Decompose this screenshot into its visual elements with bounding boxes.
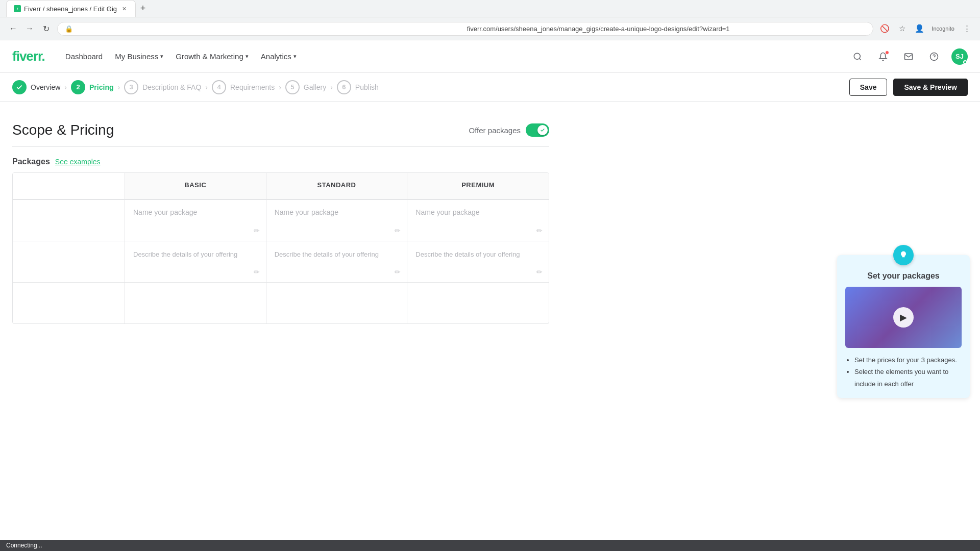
wizard-step-pricing[interactable]: 2 Pricing (71, 80, 113, 94)
back-button[interactable]: ← (6, 21, 20, 36)
notifications-button[interactable] (875, 48, 891, 65)
video-play-button[interactable]: ▶ (893, 307, 914, 328)
helper-list: Set the prices for your 3 packages. Sele… (845, 354, 962, 390)
profile-icon[interactable]: 👤 (912, 21, 926, 36)
step-circle-publish: 6 (337, 80, 351, 94)
video-thumbnail[interactable]: ▶ (845, 287, 962, 348)
helper-lightbulb-icon (893, 245, 914, 265)
main-nav: fiverr. Dashboard My Business ▾ Growth &… (0, 40, 980, 73)
refresh-button[interactable]: ↻ (39, 21, 53, 36)
step-arrow-2: › (118, 83, 120, 91)
package-cell-standard-name[interactable]: Name your package ✏ (266, 200, 408, 241)
step-label-overview: Overview (31, 83, 60, 91)
wizard-step-overview[interactable]: Overview (12, 80, 60, 94)
avatar-online-dot (963, 60, 967, 64)
save-preview-button[interactable]: Save & Preview (893, 79, 968, 96)
row-label-description (13, 241, 125, 282)
table-row-extra (13, 282, 549, 323)
helper-list-item-1: Set the prices for your 3 packages. (854, 354, 962, 366)
step-circle-description: 3 (124, 80, 138, 94)
wizard-step-requirements[interactable]: 4 Requirements (212, 80, 275, 94)
package-cell-basic-name[interactable]: Name your package ✏ (125, 200, 266, 241)
url-text: fiverr.com/users/sheena_jones/manage_gig… (467, 25, 866, 33)
wizard-actions: Save Save & Preview (849, 79, 968, 96)
helper-list-item-2: Select the elements you want to include … (854, 366, 962, 390)
search-button[interactable] (849, 48, 866, 65)
nav-items: Dashboard My Business ▾ Growth & Marketi… (65, 52, 297, 61)
chevron-down-icon: ▾ (246, 53, 249, 60)
packages-label-row: Packages See examples (12, 157, 549, 166)
new-tab-button[interactable]: + (136, 2, 150, 16)
browser-chrome: f Fiverr / sheena_jones / Edit Gig ✕ + ←… (0, 0, 980, 40)
wizard-steps: Overview › 2 Pricing › 3 Description & F… (12, 80, 849, 94)
step-label-description: Description & FAQ (142, 83, 201, 91)
package-cell-extra-standard (266, 283, 408, 323)
save-button[interactable]: Save (849, 79, 888, 96)
nav-item-mybusiness[interactable]: My Business ▾ (115, 52, 163, 61)
desc-cell-premium[interactable]: Describe the details of your offering ✏ (407, 241, 549, 282)
step-circle-gallery: 5 (285, 80, 300, 94)
row-label-name (13, 200, 125, 241)
tab-title: Fiverr / sheena_jones / Edit Gig (24, 5, 117, 13)
package-name-premium-placeholder: Name your package (415, 208, 479, 216)
edit-icon-standard-name[interactable]: ✏ (395, 227, 401, 235)
offer-packages-toggle[interactable] (526, 123, 549, 137)
fiverr-logo[interactable]: fiverr. (12, 48, 45, 64)
see-examples-link[interactable]: See examples (55, 158, 101, 166)
section-title: Scope & Pricing (12, 122, 114, 138)
edit-icon-premium-desc[interactable]: ✏ (536, 268, 543, 276)
eye-off-icon[interactable]: 🚫 (877, 21, 892, 36)
row-label-extra (13, 283, 125, 323)
chevron-down-icon: ▾ (293, 53, 297, 60)
desc-cell-basic[interactable]: Describe the details of your offering ✏ (125, 241, 266, 282)
table-row-name: Name your package ✏ Name your package ✏ … (13, 199, 549, 241)
edit-icon-basic-desc[interactable]: ✏ (254, 268, 260, 276)
table-header-empty-cell (13, 173, 125, 199)
package-cell-extra-premium (407, 283, 549, 323)
step-circle-overview (12, 80, 27, 94)
more-options-button[interactable]: ⋮ (960, 21, 974, 36)
nav-item-dashboard[interactable]: Dashboard (65, 52, 103, 61)
forward-button[interactable]: → (22, 21, 37, 36)
step-label-gallery: Gallery (304, 83, 326, 91)
nav-right: SJ (849, 48, 968, 65)
wizard-step-gallery[interactable]: 5 Gallery (285, 80, 326, 94)
edit-icon-standard-desc[interactable]: ✏ (395, 268, 401, 276)
section-header: Scope & Pricing Offer packages (12, 122, 549, 147)
col-header-premium: PREMIUM (407, 173, 549, 199)
edit-icon-premium-name[interactable]: ✏ (536, 227, 543, 235)
desc-cell-standard[interactable]: Describe the details of your offering ✏ (266, 241, 408, 282)
step-label-pricing: Pricing (89, 83, 113, 91)
step-circle-requirements: 4 (212, 80, 226, 94)
desc-premium-placeholder: Describe the details of your offering (415, 251, 520, 258)
packages-title: Packages (12, 157, 50, 166)
package-name-basic-placeholder: Name your package (133, 208, 197, 216)
address-bar[interactable]: 🔒 fiverr.com/users/sheena_jones/manage_g… (57, 22, 873, 36)
nav-item-analytics[interactable]: Analytics ▾ (261, 52, 297, 61)
browser-actions: 🚫 ☆ 👤 Incognito ⋮ (877, 21, 974, 36)
nav-item-growth[interactable]: Growth & Marketing ▾ (176, 52, 249, 61)
browser-controls: ← → ↻ (6, 21, 53, 36)
avatar[interactable]: SJ (951, 48, 968, 65)
main-content: Scope & Pricing Offer packages Packages … (0, 102, 561, 336)
step-arrow-5: › (330, 83, 333, 91)
notification-dot (885, 51, 889, 55)
wizard-bar: Overview › 2 Pricing › 3 Description & F… (0, 73, 980, 102)
edit-icon-basic-name[interactable]: ✏ (254, 227, 260, 235)
package-cell-premium-name[interactable]: Name your package ✏ (407, 200, 549, 241)
tab-bar: f Fiverr / sheena_jones / Edit Gig ✕ + (0, 0, 980, 17)
package-name-standard-placeholder: Name your package (275, 208, 338, 216)
col-header-standard: STANDARD (266, 173, 408, 199)
wizard-step-description[interactable]: 3 Description & FAQ (124, 80, 201, 94)
wizard-step-publish[interactable]: 6 Publish (337, 80, 379, 94)
tab-close-button[interactable]: ✕ (120, 5, 128, 13)
svg-line-1 (859, 58, 861, 60)
active-tab: f Fiverr / sheena_jones / Edit Gig ✕ (6, 0, 136, 17)
app: fiverr. Dashboard My Business ▾ Growth &… (0, 40, 980, 545)
bookmark-icon[interactable]: ☆ (895, 21, 909, 36)
svg-point-0 (854, 53, 860, 59)
help-button[interactable] (926, 48, 942, 65)
chevron-down-icon: ▾ (160, 53, 163, 60)
messages-button[interactable] (900, 48, 917, 65)
desc-basic-placeholder: Describe the details of your offering (133, 251, 237, 258)
